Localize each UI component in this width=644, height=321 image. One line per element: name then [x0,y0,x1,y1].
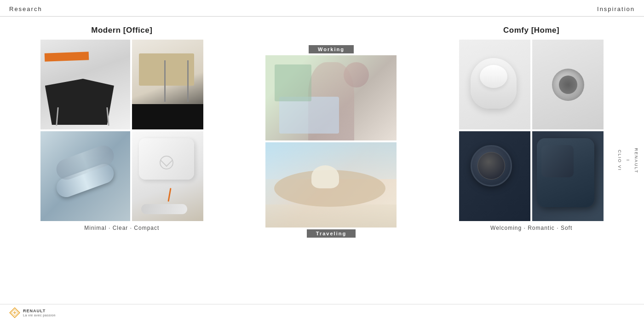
brand-separator: I [626,159,630,162]
brand-line1: RENAULT [634,148,638,173]
beach-sand-deco [265,204,397,228]
dark-device-image [532,131,604,221]
caption-minimal: Minimal [84,225,106,231]
dot3: · [522,225,528,231]
dark-port-deco [541,145,574,177]
desk-surface-deco [139,53,194,86]
comfy-home-grid [459,40,604,221]
speaker-inner-deco [559,76,577,94]
renault-diamond-icon [9,307,20,318]
desk-black-deco [132,104,203,129]
comfy-home-title: Comfy [Home] [503,26,559,35]
dark-speaker-image [459,131,530,221]
renault-logo: RENAULT La vie avec passion [9,307,56,318]
inspiration-label: Inspiration [597,6,635,12]
desk-leg-deco [164,60,166,102]
working-image [265,55,397,140]
earbuds-image [459,40,530,129]
hat-deco [311,165,339,188]
vertical-brand: RENAULT I CLIO VI [617,148,638,173]
dot2: · [128,225,134,231]
silver-device-image [40,131,130,221]
dot4: · [555,225,561,231]
modern-office-title: Modern [Office] [91,26,152,35]
caption-welcoming: Welcoming [490,225,522,231]
chair-seat-deco [45,79,114,125]
modern-office-grid [40,40,203,221]
brand-tagline: La vie avec passion [23,314,56,317]
charger-bottom-deco [141,204,187,214]
charger-image [132,131,203,221]
earbuds-bud-deco [480,65,507,88]
speaker-top-image [532,40,604,129]
caption-clear: Clear [113,225,128,231]
charger-pen-deco [167,188,171,202]
research-label: Research [9,6,42,12]
dot1: · [107,225,113,231]
brand-line2: CLIO VI [617,150,622,171]
modern-office-caption: Minimal · Clear · Compact [84,225,159,231]
renault-text-block: RENAULT La vie avec passion [23,309,56,317]
section-center: Working Traveling [265,45,397,238]
working-label: Working [309,45,354,53]
charger-box-deco [139,138,194,180]
caption-soft: Soft [561,225,572,231]
comfy-home-caption: Welcoming · Romantic · Soft [490,225,572,231]
chair-image [40,40,130,129]
caption-compact: Compact [134,225,159,231]
main-content: Modern [Office] [0,17,644,238]
caption-romantic: Romantic [528,225,555,231]
woman-head-deco [344,62,369,88]
chair-stripe-deco [45,52,89,61]
traveling-label: Traveling [307,229,356,238]
desk-leg2-deco [187,60,189,102]
plant-deco [275,64,311,101]
dark-inner-deco [477,152,505,180]
brand-name: RENAULT [23,309,56,314]
section-modern-office: Modern [Office] [40,26,203,231]
page-header: Research Inspiration [0,0,644,17]
traveling-image [265,142,397,228]
desk-image [132,40,203,129]
section-comfy-home: Comfy [Home] Welcoming [459,26,604,231]
laptop-deco [279,97,339,134]
page-footer: RENAULT La vie avec passion [0,304,644,321]
